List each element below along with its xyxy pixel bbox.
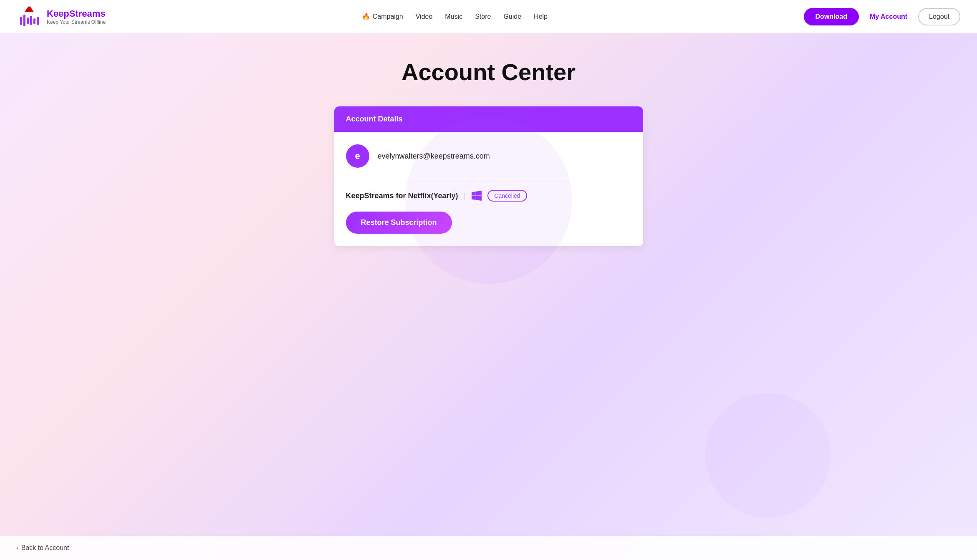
nav-link-guide[interactable]: Guide [503,13,521,20]
my-account-button[interactable]: My Account [866,10,911,24]
nav-link-store[interactable]: Store [475,13,491,20]
user-email: evelynwalters@keepstreams.com [378,152,490,161]
account-card: Account Details e evelynwalters@keepstre… [334,106,643,246]
bottom-nav: ‹ Back to Account [0,536,977,560]
logo-link[interactable]: KeepStreams Keep Your Streams Offline [17,4,106,29]
logo-subtitle: Keep Your Streams Offline [47,19,106,25]
user-info-row: e evelynwalters@keepstreams.com [346,144,631,178]
nav-label-help: Help [534,13,548,20]
svg-point-2 [28,4,30,7]
windows-icon [472,191,482,201]
account-card-body: e evelynwalters@keepstreams.com KeepStre… [334,132,643,246]
back-to-account-button[interactable]: ‹ Back to Account [17,544,69,552]
nav-item-help: Help [534,13,548,20]
logo-title: KeepStreams [47,8,106,19]
page-title: Account Center [8,58,969,86]
svg-rect-6 [30,16,32,25]
download-button[interactable]: Download [804,8,859,25]
windows-logo-svg [472,191,482,201]
status-badge: Cancelled [487,190,527,202]
nav-item-music: Music [445,13,462,20]
nav-item-video: Video [416,13,433,20]
nav-label-campaign: Campaign [373,13,403,20]
account-card-header: Account Details [334,106,643,132]
header-actions: Download My Account Logout [804,8,960,25]
fire-icon: 🔥 [362,13,370,20]
svg-rect-8 [37,17,39,25]
avatar: e [346,144,369,168]
svg-rect-5 [27,18,29,24]
nav-label-video: Video [416,13,433,20]
svg-rect-1 [23,12,35,14]
divider: | [464,192,466,200]
svg-rect-4 [23,15,25,26]
nav-link-video[interactable]: Video [416,13,433,20]
main-nav: 🔥 Campaign Video Music Store [362,13,548,20]
nav-link-music[interactable]: Music [445,13,462,20]
nav-item-campaign: 🔥 Campaign [362,13,403,20]
restore-subscription-button[interactable]: Restore Subscription [346,212,452,234]
nav-item-store: Store [475,13,491,20]
account-details-title: Account Details [346,115,403,123]
main-content: Account Center Account Details e evelynw… [0,33,977,560]
site-header: KeepStreams Keep Your Streams Offline 🔥 … [0,0,977,33]
logout-button[interactable]: Logout [918,8,960,25]
back-to-account-label: Back to Account [21,544,69,552]
nav-item-guide: Guide [503,13,521,20]
logo-icon [17,4,42,29]
nav-link-help[interactable]: Help [534,13,548,20]
nav-label-store: Store [475,13,491,20]
logo-text-area: KeepStreams Keep Your Streams Offline [47,8,106,25]
chevron-left-icon: ‹ [17,545,19,551]
svg-rect-7 [33,18,35,24]
nav-menu: 🔥 Campaign Video Music Store [362,13,548,20]
nav-link-campaign[interactable]: 🔥 Campaign [362,13,403,20]
subscription-row: KeepStreams for Netflix(Yearly) | Cancel… [346,190,631,202]
nav-label-music: Music [445,13,462,20]
nav-label-guide: Guide [503,13,521,20]
subscription-name: KeepStreams for Netflix(Yearly) [346,192,458,200]
svg-rect-3 [20,17,22,25]
